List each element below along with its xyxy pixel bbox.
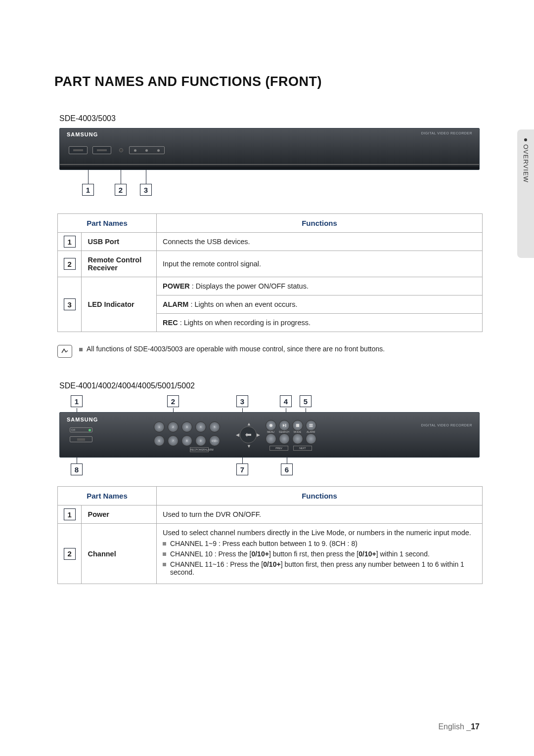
fn-led-power: POWER : Displays the power ON/OFF status…	[157, 277, 483, 295]
fn2-power: Used to turn the DVR ON/OFF.	[157, 505, 483, 524]
callout-bar-2-top: 1 2 3 4 5	[59, 395, 480, 412]
svg-rect-7	[296, 424, 299, 427]
svg-rect-11	[312, 426, 313, 427]
alarm-button-icon	[306, 433, 316, 444]
stop-button-icon	[292, 420, 303, 431]
brand-logo: SAMSUNG	[67, 131, 98, 137]
dpad: ▲ ▼ ◀ ▶	[233, 421, 263, 447]
usb-port-1-icon	[69, 146, 88, 154]
dpad-up-icon: ▲	[247, 421, 251, 426]
playback-row	[266, 420, 316, 431]
callout2-7: 7	[236, 463, 248, 475]
device-panel-1: SAMSUNG DIGITAL VIDEO RECORDER	[59, 128, 480, 170]
callout-bar-1: 1 2 3	[59, 170, 480, 200]
svg-rect-6	[285, 424, 286, 427]
usb-port-icon	[70, 436, 92, 442]
bullet-icon	[163, 552, 166, 556]
callout2-5: 5	[300, 395, 312, 407]
remote-receiver-icon	[119, 148, 123, 152]
model-label-2: SDE-4001/4002/4004/4005/5001/5002	[59, 381, 480, 390]
bullet-icon	[79, 348, 83, 351]
row2-num-1: 1	[64, 508, 76, 520]
usb-port-2-icon	[92, 146, 111, 154]
fn-usb: Connects the USB devices.	[157, 233, 483, 251]
svg-rect-8	[310, 424, 311, 425]
led-indicator-box-icon	[129, 146, 165, 154]
fn-rc: Input the remote control signal.	[157, 251, 483, 277]
device-panel-2: SAMSUNG DIGITAL VIDEO RECORDER O/I 1 2 3…	[59, 412, 480, 458]
part2-name-power: Power	[82, 505, 157, 524]
bullet-icon	[163, 542, 166, 546]
note-icon	[57, 345, 72, 358]
row-num-1: 1	[64, 236, 76, 248]
model-label-1: SDE-4003/5003	[59, 114, 480, 123]
callout-bar-2-bottom: 8 7 6	[59, 458, 480, 477]
mode-button-icon	[292, 433, 303, 444]
chan-btn-1: 1	[154, 421, 165, 432]
split-button-icon	[306, 420, 316, 431]
menu-button-row	[266, 433, 316, 444]
chan-btn-2: 2	[168, 421, 178, 432]
callout2-4: 4	[280, 395, 292, 407]
chan-btn-9: 9	[195, 435, 206, 446]
parts-table-1: Part Names Functions 1 USB Port Connects…	[57, 213, 483, 332]
brand-logo-2: SAMSUNG	[67, 417, 98, 422]
channel-numpad: 1 2 3 4 5 6 7 8 9 0/10+	[154, 421, 220, 446]
page-footer: English _17	[438, 722, 480, 731]
chan-btn-3: 3	[181, 421, 192, 432]
chan-btn-7: 7	[168, 435, 178, 446]
rec-led-row: RECPOWERALARM	[190, 447, 209, 452]
fn-led-rec: REC : Lights on when recording is in pro…	[157, 314, 483, 332]
svg-rect-1	[73, 149, 83, 151]
recorder-label-2: DIGITAL VIDEO RECORDER	[421, 423, 472, 427]
th-functions: Functions	[157, 214, 483, 233]
svg-rect-2	[97, 149, 107, 151]
parts-table-2: Part Names Functions 1 Power Used to tur…	[57, 486, 483, 584]
chan-btn-0-10plus: 0/10+	[209, 435, 220, 446]
callout2-8: 8	[71, 463, 83, 475]
th2-part-names: Part Names	[58, 487, 157, 505]
callout2-1: 1	[71, 395, 83, 407]
callout2-6: 6	[281, 463, 293, 475]
prev-next-row: PREV NEXT	[269, 446, 312, 451]
rec-button-icon	[266, 420, 276, 431]
svg-rect-3	[77, 438, 85, 441]
svg-point-4	[269, 424, 272, 427]
fn-led-alarm: ALARM : Lights on when an event occurs.	[157, 295, 483, 314]
note-text: All functions of SDE-4003/5003 are opera…	[79, 345, 385, 353]
chan-btn-5: 5	[209, 421, 220, 432]
search-button-icon	[279, 433, 290, 444]
callout-2: 2	[115, 184, 127, 196]
svg-rect-10	[310, 426, 311, 427]
chan-btn-6: 6	[154, 435, 165, 446]
row-num-2: 2	[64, 258, 76, 270]
power-switch-icon: O/I	[70, 427, 92, 432]
part-name-led: LED Indicator	[82, 277, 157, 332]
part-name-rc: Remote Control Receiver	[82, 251, 157, 277]
callout-1: 1	[82, 184, 94, 196]
dpad-down-icon: ▼	[247, 444, 251, 449]
svg-marker-5	[283, 424, 285, 427]
callout2-2: 2	[167, 395, 179, 407]
callout-3: 3	[140, 184, 152, 196]
th2-functions: Functions	[157, 487, 483, 505]
part-name-usb: USB Port	[82, 233, 157, 251]
row-num-3: 3	[64, 298, 76, 310]
recorder-label: DIGITAL VIDEO RECORDER	[421, 131, 472, 135]
part2-name-channel: Channel	[82, 524, 157, 584]
play-pause-button-icon	[279, 420, 290, 431]
menu-button-icon	[266, 433, 276, 444]
chan-btn-8: 8	[181, 435, 192, 446]
chan-btn-4: 4	[195, 421, 206, 432]
bullet-icon	[163, 563, 166, 566]
page-title: PART NAMES AND FUNCTIONS (FRONT)	[54, 74, 480, 89]
th-part-names: Part Names	[58, 214, 157, 233]
dpad-left-icon: ◀	[236, 432, 239, 437]
fn2-channel: Used to select channel numbers directly …	[157, 524, 483, 584]
dpad-right-icon: ▶	[257, 432, 260, 437]
svg-rect-9	[312, 424, 313, 425]
row2-num-2: 2	[64, 548, 76, 560]
callout2-3: 3	[236, 395, 248, 407]
enter-button-icon	[240, 426, 257, 443]
